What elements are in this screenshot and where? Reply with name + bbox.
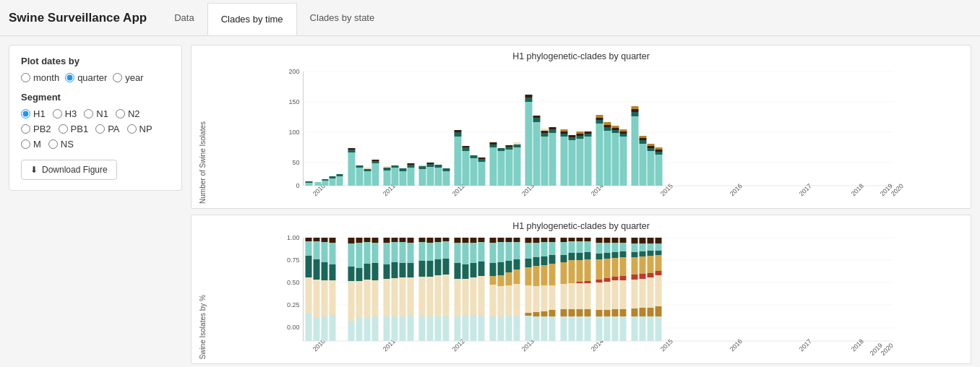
svg-rect-326 bbox=[569, 241, 575, 253]
svg-rect-173 bbox=[314, 259, 320, 280]
svg-rect-193 bbox=[356, 268, 363, 281]
svg-rect-332 bbox=[577, 238, 583, 241]
svg-rect-325 bbox=[569, 238, 575, 241]
svg-rect-268 bbox=[490, 263, 497, 276]
download-button[interactable]: ⬇ Download Figure bbox=[21, 160, 117, 180]
svg-rect-24 bbox=[315, 182, 322, 186]
svg-rect-343 bbox=[585, 259, 591, 281]
svg-rect-397 bbox=[648, 243, 654, 251]
radio-PB1[interactable]: PB1 bbox=[59, 124, 89, 134]
radio-PB2[interactable]: PB2 bbox=[21, 124, 51, 134]
svg-rect-211 bbox=[392, 238, 398, 242]
radio-month[interactable]: month bbox=[21, 72, 59, 83]
svg-rect-319 bbox=[561, 242, 567, 255]
svg-rect-353 bbox=[596, 282, 603, 310]
radio-N2[interactable]: N2 bbox=[116, 108, 140, 119]
svg-rect-289 bbox=[514, 316, 520, 341]
svg-rect-115 bbox=[604, 131, 611, 186]
radio-M[interactable]: M bbox=[21, 139, 41, 150]
bottom-chart: H1 phylogenetic-clades by quarter Swine … bbox=[191, 215, 971, 364]
svg-rect-136 bbox=[648, 148, 655, 151]
svg-rect-267 bbox=[490, 243, 497, 263]
svg-rect-339 bbox=[577, 316, 583, 341]
svg-rect-308 bbox=[541, 285, 548, 311]
top-chart: H1 phylogenetic-clades by quarter Number… bbox=[191, 45, 971, 209]
svg-rect-388 bbox=[640, 238, 646, 243]
top-chart-svg: 200 150 100 50 0 2010 2011 2012 2013 201… bbox=[210, 64, 963, 202]
tab-data[interactable]: Data bbox=[161, 0, 207, 35]
svg-rect-174 bbox=[314, 280, 320, 317]
svg-rect-41 bbox=[372, 160, 379, 161]
svg-rect-317 bbox=[549, 316, 556, 341]
svg-rect-142 bbox=[656, 147, 663, 150]
svg-rect-85 bbox=[525, 98, 533, 102]
svg-rect-194 bbox=[356, 281, 363, 317]
svg-rect-366 bbox=[612, 252, 619, 258]
svg-rect-282 bbox=[506, 285, 512, 316]
svg-rect-97 bbox=[561, 137, 568, 186]
svg-rect-364 bbox=[612, 238, 619, 243]
segment-radio-group: H1 H3 N1 N2 PB2 PB1 PA NP bbox=[21, 108, 170, 150]
svg-rect-138 bbox=[648, 144, 655, 146]
svg-rect-60 bbox=[443, 171, 450, 186]
svg-rect-305 bbox=[541, 242, 548, 256]
radio-NS[interactable]: NS bbox=[48, 139, 74, 150]
svg-rect-185 bbox=[330, 315, 336, 341]
svg-rect-31 bbox=[348, 152, 356, 186]
svg-rect-96 bbox=[549, 127, 556, 129]
svg-rect-121 bbox=[612, 128, 619, 130]
svg-rect-264 bbox=[478, 276, 485, 315]
radio-PA[interactable]: PA bbox=[95, 124, 119, 134]
svg-rect-391 bbox=[640, 256, 646, 274]
svg-rect-265 bbox=[478, 315, 485, 341]
svg-rect-377 bbox=[620, 280, 627, 309]
svg-rect-132 bbox=[640, 140, 647, 144]
svg-rect-386 bbox=[632, 308, 638, 316]
svg-rect-300 bbox=[533, 266, 540, 286]
svg-rect-247 bbox=[455, 243, 461, 263]
svg-rect-125 bbox=[620, 131, 627, 134]
svg-text:50: 50 bbox=[292, 159, 299, 166]
svg-rect-92 bbox=[541, 131, 549, 133]
svg-rect-77 bbox=[498, 148, 505, 151]
svg-rect-404 bbox=[656, 238, 662, 243]
svg-rect-244 bbox=[443, 275, 450, 316]
svg-rect-382 bbox=[632, 252, 638, 257]
radio-H1[interactable]: H1 bbox=[21, 108, 46, 119]
svg-rect-186 bbox=[348, 238, 355, 243]
svg-rect-345 bbox=[585, 283, 591, 309]
svg-rect-168 bbox=[306, 256, 312, 277]
svg-rect-110 bbox=[585, 131, 592, 134]
svg-rect-311 bbox=[549, 238, 556, 242]
svg-text:2016: 2016 bbox=[728, 337, 744, 353]
svg-rect-401 bbox=[648, 277, 654, 308]
radio-H3[interactable]: H3 bbox=[53, 108, 77, 119]
tab-clades-by-state[interactable]: Clades by state bbox=[297, 0, 388, 35]
svg-rect-290 bbox=[525, 238, 532, 243]
radio-quarter[interactable]: quarter bbox=[65, 72, 107, 83]
svg-rect-103 bbox=[569, 135, 576, 137]
svg-rect-38 bbox=[364, 168, 371, 169]
svg-rect-123 bbox=[620, 137, 627, 186]
svg-rect-190 bbox=[348, 321, 355, 341]
svg-rect-30 bbox=[337, 174, 343, 176]
bottom-chart-svg-wrap: 1.00 0.75 0.50 0.25 0.00 2010 2011 2012 … bbox=[210, 234, 963, 359]
svg-rect-231 bbox=[427, 238, 434, 243]
svg-rect-275 bbox=[498, 275, 504, 286]
svg-rect-129 bbox=[632, 109, 639, 112]
svg-rect-392 bbox=[640, 274, 646, 279]
radio-year[interactable]: year bbox=[113, 72, 143, 83]
tab-clades-by-time[interactable]: Clades by time bbox=[207, 3, 297, 35]
svg-rect-88 bbox=[533, 118, 541, 122]
radio-N1[interactable]: N1 bbox=[84, 108, 108, 119]
radio-NP[interactable]: NP bbox=[127, 124, 152, 134]
svg-rect-403 bbox=[648, 316, 654, 341]
svg-rect-346 bbox=[585, 309, 591, 316]
svg-rect-200 bbox=[364, 317, 371, 341]
svg-rect-90 bbox=[541, 137, 549, 186]
top-chart-svg-wrap: 200 150 100 50 0 2010 2011 2012 2013 201… bbox=[210, 64, 963, 204]
svg-rect-86 bbox=[525, 95, 533, 98]
svg-rect-396 bbox=[648, 238, 654, 243]
svg-rect-312 bbox=[549, 242, 556, 255]
svg-rect-260 bbox=[470, 315, 477, 341]
